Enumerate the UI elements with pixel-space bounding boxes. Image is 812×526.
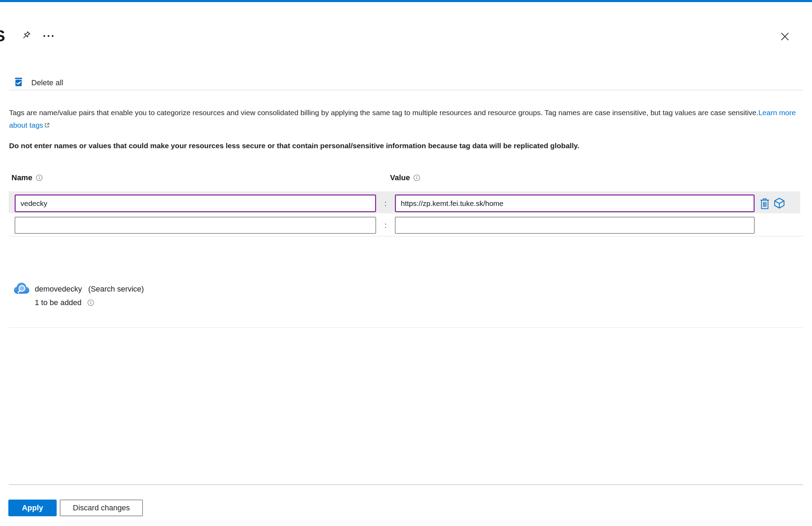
resource-row: demovedecky (Search service) [35, 285, 144, 294]
name-value-separator-row2: : [380, 217, 391, 234]
footer-divider [9, 484, 803, 485]
cube-icon [773, 197, 786, 210]
page-title-partial: S [0, 26, 5, 47]
value-info-icon[interactable] [413, 174, 420, 181]
resource-divider [9, 327, 803, 328]
resource-status: 1 to be added [35, 298, 82, 307]
value-header-label: Value [390, 173, 410, 182]
name-info-icon[interactable] [36, 174, 43, 181]
more-options-button[interactable] [40, 30, 56, 42]
top-accent-bar [0, 0, 812, 2]
tags-description-text: Tags are name/value pairs that enable yo… [9, 109, 758, 117]
delete-all-label: Delete all [31, 78, 63, 87]
delete-all-icon [15, 78, 23, 88]
resource-type: (Search service) [88, 285, 144, 294]
tag-value-input-row2[interactable] [395, 217, 755, 234]
more-options-icon [43, 35, 54, 37]
rows-divider [9, 236, 803, 237]
external-link-icon [44, 120, 50, 132]
name-column-header: Name [11, 173, 43, 182]
pin-button[interactable] [19, 29, 33, 42]
delete-tag-button[interactable] [759, 198, 770, 210]
tags-description: Tags are name/value pairs that enable yo… [9, 106, 802, 132]
discard-changes-button[interactable]: Discard changes [60, 500, 143, 516]
trash-icon [759, 198, 770, 210]
tags-warning: Do not enter names or values that could … [9, 140, 802, 152]
delete-all-button[interactable]: Delete all [15, 76, 63, 90]
resource-name: demovedecky [35, 285, 82, 294]
name-value-separator-row1: : [380, 194, 391, 212]
status-info-icon[interactable] [87, 299, 94, 306]
pin-icon [21, 30, 31, 42]
resource-status-row: 1 to be added [35, 298, 94, 307]
tag-name-input-row2[interactable] [15, 217, 376, 234]
toolbar-divider [9, 90, 803, 90]
close-button[interactable] [778, 30, 792, 44]
close-icon [780, 31, 790, 43]
apply-button[interactable]: Apply [8, 500, 57, 516]
value-column-header: Value [390, 173, 420, 182]
resource-scope-button[interactable] [773, 197, 786, 210]
tag-value-input-row1[interactable] [395, 194, 755, 212]
name-header-label: Name [11, 173, 32, 182]
search-service-icon [13, 281, 31, 297]
tag-name-input-row1[interactable] [15, 194, 376, 212]
